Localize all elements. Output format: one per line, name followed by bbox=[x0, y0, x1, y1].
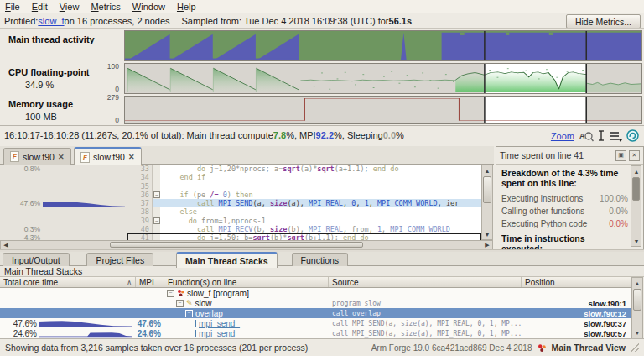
scroll-up-icon[interactable]: ▲ bbox=[631, 166, 641, 176]
breakdown-heading: Breakdown of the 4.3% time spent on this… bbox=[501, 168, 628, 188]
sleeping-percent: 0.0 bbox=[383, 130, 396, 140]
hide-metrics-button[interactable]: Hide Metrics... bbox=[566, 14, 641, 29]
program-icon bbox=[177, 289, 184, 297]
function-name: mpi_send_ bbox=[199, 329, 240, 338]
function-name: slow bbox=[195, 299, 212, 308]
menu-window[interactable]: Window bbox=[132, 2, 165, 12]
line-activity-sparkline bbox=[43, 174, 125, 181]
ibeam-cursor-icon[interactable] bbox=[598, 129, 605, 142]
core-time-sparkline bbox=[39, 299, 132, 307]
stacks-table-header[interactable]: Total core time∧MPIFunction(s) on lineSo… bbox=[0, 277, 631, 288]
column-header-mpi[interactable]: MPI bbox=[136, 277, 164, 287]
line-activity-sparkline bbox=[43, 182, 125, 190]
line-number: 37 bbox=[127, 199, 153, 207]
scroll-up-icon[interactable]: ▲ bbox=[632, 278, 642, 288]
bottom-tab-input-output[interactable]: Input/Output bbox=[3, 253, 70, 266]
float-panel-icon[interactable]: ▣ bbox=[615, 150, 626, 161]
line-number: 38 bbox=[127, 207, 153, 216]
code-vertical-scrollbar[interactable]: ▲ ▼ bbox=[481, 165, 493, 240]
pencil-icon: ✎ bbox=[186, 299, 193, 307]
resize-grip[interactable] bbox=[631, 343, 639, 352]
version-text: Arm Forge 19.0 6ca421acd869 Dec 4 2018 bbox=[371, 343, 532, 353]
code-line-33[interactable]: 0.8%33 do j=1,20*nprocs; a=sqrt(a)*sqrt(… bbox=[0, 165, 481, 173]
table-scrollbar[interactable]: ▲ ▼ bbox=[631, 277, 643, 338]
metrics-list-icon[interactable] bbox=[609, 129, 622, 142]
stack-row-mpi_send_[interactable]: 24.6%24.6%mpi_send_call MPI_SEND(a, size… bbox=[0, 328, 631, 338]
bottom-tab-main-thread-stacks[interactable]: Main Thread Stacks bbox=[176, 252, 278, 268]
stack-row-mpi_send_[interactable]: 47.6%47.6%mpi_send_call MPI_SEND(a, size… bbox=[0, 318, 631, 328]
stacks-table-body: –slow_f [program]–✎slowprogram slowslow.… bbox=[0, 288, 631, 338]
menu-file[interactable]: File bbox=[5, 2, 20, 12]
cpu-axis-max: 100 bbox=[0, 62, 119, 71]
map-logo-icon bbox=[538, 343, 547, 353]
zoom-link[interactable]: Zoom bbox=[551, 131, 574, 141]
status-bar: Showing data from 3,216 samples taken ov… bbox=[0, 338, 644, 356]
source-snippet: call overlap bbox=[329, 308, 522, 318]
scroll-down-icon[interactable]: ▼ bbox=[482, 229, 492, 239]
core-time-sparkline bbox=[39, 329, 132, 338]
fortran-file-icon: F bbox=[80, 152, 90, 163]
font-zoom-icon[interactable]: A bbox=[579, 129, 594, 142]
scroll-up-icon[interactable]: ▲ bbox=[482, 165, 492, 175]
column-header-source[interactable]: Source bbox=[329, 277, 522, 287]
code-fold-icon[interactable]: – bbox=[153, 217, 160, 224]
function-name: mpi_send_ bbox=[199, 319, 240, 328]
code-fold-icon[interactable]: – bbox=[153, 191, 160, 198]
bottom-tab-project-files[interactable]: Project Files bbox=[86, 253, 153, 266]
code-line-39[interactable]: 39– do from=1,nprocs-1 bbox=[0, 217, 481, 225]
source-snippet: call MPI_SEND(a, size(a), MPI_REAL, 0, 1… bbox=[329, 318, 522, 328]
memory-axis-max: 279 bbox=[0, 93, 119, 102]
cpu-chart[interactable] bbox=[124, 63, 642, 94]
source-snippet bbox=[329, 288, 522, 298]
scroll-down-icon[interactable]: ▼ bbox=[632, 327, 642, 338]
editor-tab-slow.f90[interactable]: Fslow.f90✕ bbox=[3, 148, 71, 165]
breakdown-row: Executing Python code0.0% bbox=[501, 217, 628, 230]
memory-chart[interactable] bbox=[124, 96, 642, 124]
mpi-percent: 47.6% bbox=[136, 318, 164, 328]
line-time-percent: 0.8% bbox=[0, 165, 40, 173]
stack-row-overlap[interactable]: –overlapcall overlapslow.f90:12 bbox=[0, 308, 631, 318]
bottom-tab-functions[interactable]: Functions bbox=[292, 253, 349, 266]
samples-summary: Showing data from 3,216 samples taken ov… bbox=[5, 343, 308, 353]
stack-row-slow[interactable]: –✎slowprogram slowslow.f90:1 bbox=[0, 298, 631, 308]
column-header-function-s-on-line[interactable]: Function(s) on line bbox=[164, 277, 329, 287]
mpi-percent: 24.6% bbox=[136, 328, 164, 338]
editor-tab-slow.f90[interactable]: Fslow.f90✕ bbox=[74, 147, 142, 165]
program-link[interactable]: slow_f bbox=[38, 16, 64, 26]
code-view[interactable]: 0.8%33 do j=1,20*nprocs; a=sqrt(a)*sqrt(… bbox=[0, 165, 481, 241]
menu-metrics[interactable]: Metrics bbox=[91, 2, 120, 12]
menu-view[interactable]: View bbox=[60, 2, 80, 12]
code-line-35[interactable]: 35 bbox=[0, 182, 481, 191]
tree-expander-icon[interactable]: – bbox=[167, 290, 174, 297]
code-horizontal-scrollbar[interactable]: ◀ ▶ bbox=[0, 240, 493, 249]
menu-edit[interactable]: Edit bbox=[32, 2, 48, 12]
stack-row-slow_f-program-[interactable]: –slow_f [program] bbox=[0, 288, 631, 298]
line-number: 34 bbox=[127, 173, 153, 181]
line-activity-sparkline bbox=[43, 165, 125, 173]
column-header-position[interactable]: Position bbox=[522, 277, 631, 287]
code-line-38[interactable]: 38 else bbox=[0, 207, 481, 216]
tree-expander-icon[interactable]: – bbox=[185, 310, 193, 317]
close-tab-icon[interactable]: ✕ bbox=[58, 153, 65, 161]
tree-expander-icon[interactable]: – bbox=[176, 300, 184, 307]
column-header-total-core-time[interactable]: Total core time∧ bbox=[0, 277, 136, 287]
activity-chart[interactable] bbox=[124, 30, 642, 61]
line-activity-sparkline bbox=[43, 226, 125, 233]
menu-help[interactable]: Help bbox=[177, 2, 196, 12]
metrics-panel: Main thread activity CPU floating-point … bbox=[0, 28, 644, 126]
reset-zoom-icon[interactable] bbox=[626, 129, 639, 142]
code-line-40[interactable]: 0.3%40 call MPI_RECV(b, size(b), MPI_REA… bbox=[0, 225, 481, 233]
activity-label: Main thread activity bbox=[8, 34, 95, 44]
line-number: 33 bbox=[127, 165, 153, 173]
code-line-36[interactable]: 36– if (pe /= 0) then bbox=[0, 191, 481, 199]
scroll-down-icon[interactable]: ▼ bbox=[631, 236, 641, 246]
panel-scrollbar[interactable]: ▲ ▼ bbox=[631, 165, 641, 247]
close-tab-icon[interactable]: ✕ bbox=[128, 153, 135, 161]
code-line-34[interactable]: 34 end if bbox=[0, 173, 481, 181]
code-line-37[interactable]: 47.6%37 call MPI_SEND(a, size(a), MPI_RE… bbox=[0, 199, 481, 207]
profiled-prefix: Profiled: bbox=[4, 16, 38, 26]
view-mode-label[interactable]: Main Thread View bbox=[552, 343, 626, 353]
menu-bar: FileEditViewMetricsWindowHelp bbox=[0, 0, 644, 13]
close-panel-icon[interactable]: ✕ bbox=[629, 150, 640, 161]
line-number: 40 bbox=[127, 225, 153, 233]
